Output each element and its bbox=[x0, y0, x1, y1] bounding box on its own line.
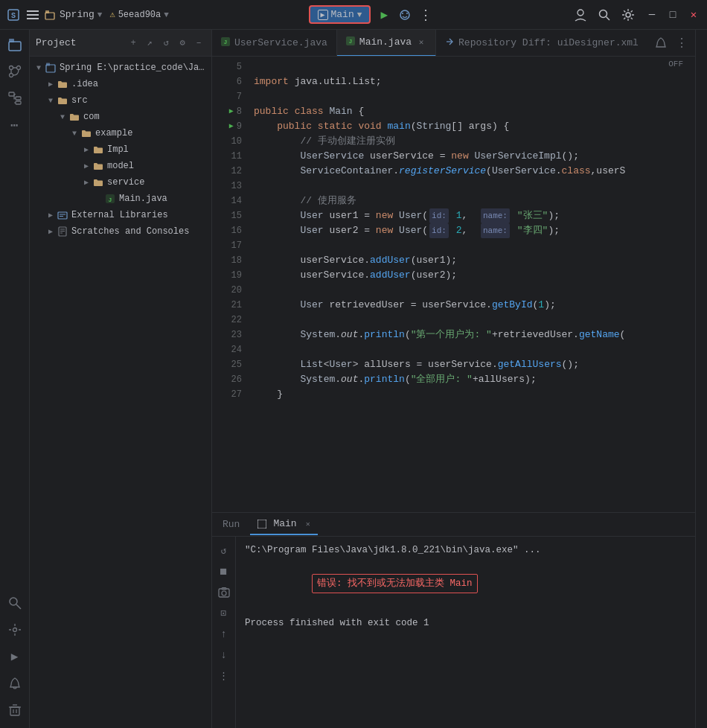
bottom-panel: Run Main ✕ ↺ ⏹ bbox=[212, 512, 695, 728]
tree-item-scratches[interactable]: ▶ Scratches and Consoles bbox=[30, 223, 211, 240]
code-line-24 bbox=[248, 342, 695, 357]
layout-button[interactable]: ⊡ bbox=[216, 605, 232, 622]
panel-refresh-btn[interactable]: ↺ bbox=[159, 36, 173, 50]
code-line-5 bbox=[248, 60, 695, 74]
sidebar-more-icon[interactable]: ⋯ bbox=[3, 113, 27, 137]
run-gutter-9[interactable]: ▶ bbox=[229, 119, 234, 134]
tree-label-com: com bbox=[83, 112, 100, 122]
sidebar-vcs-icon[interactable] bbox=[3, 60, 27, 83]
stop-button[interactable]: ⏹ bbox=[216, 563, 232, 580]
scroll-down-button[interactable]: ↓ bbox=[216, 647, 232, 663]
tab-close-main[interactable]: ✕ bbox=[416, 37, 426, 48]
svg-line-12 bbox=[607, 16, 610, 20]
run-gutter-8[interactable]: ▶ bbox=[229, 104, 234, 119]
more-actions-button[interactable]: ⋮ bbox=[418, 7, 433, 22]
svg-point-22 bbox=[10, 598, 17, 605]
sidebar-bottom-delete[interactable] bbox=[3, 698, 27, 722]
project-selector[interactable]: Spring ▼ bbox=[45, 9, 102, 20]
tree-item-ext-libs[interactable]: ▶ External Libraries bbox=[30, 207, 211, 223]
tree-item-example[interactable]: ▼ example bbox=[30, 125, 211, 141]
svg-rect-5 bbox=[45, 13, 54, 19]
tab-diff[interactable]: Repository Diff: uiDesigner.xml bbox=[436, 30, 647, 57]
tab-userservice[interactable]: J UserService.java bbox=[212, 30, 337, 57]
maximize-button[interactable]: □ bbox=[665, 7, 680, 22]
panel-locate-btn[interactable]: ↗ bbox=[143, 36, 156, 50]
run-config-icon: ▶ bbox=[318, 10, 328, 20]
notifications-icon[interactable] bbox=[653, 36, 668, 51]
code-line-18: userService.addUser(user1); bbox=[248, 253, 695, 268]
code-line-26: System.out.println("全部用户: "+allUsers); bbox=[248, 372, 695, 387]
code-editor: 5 6 7 ▶ 8 ▶ 9 10 11 12 13 14 15 16 17 bbox=[212, 57, 695, 512]
more-tabs-icon[interactable]: ⋮ bbox=[674, 36, 689, 51]
vcs-badge[interactable]: ⚠ 5eead90a ▼ bbox=[109, 9, 168, 20]
code-line-23: System.out.println("第一个用户为: "+retrievedU… bbox=[248, 328, 695, 342]
tree-item-model[interactable]: ▶ model bbox=[30, 158, 211, 174]
rerun-button[interactable]: ↺ bbox=[216, 543, 232, 559]
tree-icon-folder-com bbox=[68, 111, 80, 123]
profile-button[interactable] bbox=[573, 7, 588, 22]
console-line-cmd: "C:\Program Files\Java\jdk1.8.0_221\bin\… bbox=[245, 543, 686, 558]
tree-arrow: ▶ bbox=[45, 78, 57, 90]
tree-label-service: service bbox=[107, 177, 144, 188]
tree-item-idea[interactable]: ▶ .idea bbox=[30, 76, 211, 92]
sidebar-structure-icon[interactable] bbox=[3, 86, 27, 110]
tree-icon-folder-impl bbox=[92, 144, 104, 156]
scroll-up-button[interactable]: ↑ bbox=[216, 626, 232, 642]
tree-arrow: ▶ bbox=[80, 144, 92, 156]
tree-item-impl[interactable]: ▶ Impl bbox=[30, 141, 211, 158]
more-console-actions[interactable]: ⋮ bbox=[216, 668, 232, 684]
bottom-tab-run[interactable]: Run bbox=[215, 514, 247, 535]
run-button[interactable]: ▶ bbox=[377, 7, 391, 22]
project-arrow: ▼ bbox=[97, 10, 103, 19]
tab-label-main: Main.java bbox=[359, 36, 412, 48]
sidebar-bottom-run[interactable]: ▶ bbox=[3, 645, 27, 668]
svg-rect-14 bbox=[9, 42, 21, 51]
sidebar-bottom-search[interactable] bbox=[3, 591, 27, 615]
project-panel-header: Project + ↗ ↺ ⚙ – bbox=[30, 30, 211, 57]
bottom-tab-close[interactable]: ✕ bbox=[306, 520, 310, 529]
tree-icon-libs bbox=[57, 209, 68, 221]
close-button[interactable]: ✕ bbox=[686, 7, 701, 22]
svg-point-9 bbox=[406, 13, 408, 14]
panel-settings-btn[interactable]: ⚙ bbox=[176, 36, 189, 50]
console-error-text: 错误: 找不到或无法加载主类 Main bbox=[312, 574, 478, 593]
panel-collapse-btn[interactable]: – bbox=[192, 36, 205, 50]
svg-rect-33 bbox=[58, 212, 67, 219]
line-14: 14 bbox=[212, 194, 242, 208]
panel-header-actions: + ↗ ↺ ⚙ – bbox=[127, 36, 205, 50]
hamburger-icon[interactable] bbox=[25, 7, 40, 22]
minimize-button[interactable]: ─ bbox=[644, 7, 659, 22]
svg-rect-20 bbox=[16, 97, 21, 100]
tree-item-com[interactable]: ▼ com bbox=[30, 109, 211, 125]
tree-item-spring-root[interactable]: ▼ Spring E:\practice_code\Ja... bbox=[30, 60, 211, 76]
screenshot-button[interactable] bbox=[216, 584, 232, 601]
svg-rect-3 bbox=[27, 14, 39, 16]
vcs-hash: 5eead90a bbox=[118, 10, 161, 20]
tree-arrow: ▶ bbox=[80, 176, 92, 188]
bottom-left-actions: ↺ ⏹ ⊡ ↑ ↓ ⋮ bbox=[212, 537, 236, 728]
project-name: Spring bbox=[60, 9, 95, 20]
tab-icon-main: J bbox=[346, 36, 355, 48]
svg-text:J: J bbox=[224, 39, 228, 45]
sidebar-project-icon[interactable] bbox=[3, 33, 27, 57]
search-button[interactable] bbox=[597, 7, 612, 22]
tree-item-service[interactable]: ▶ service bbox=[30, 174, 211, 191]
code-line-20 bbox=[248, 283, 695, 298]
code-content[interactable]: import java.util.List; public class Main… bbox=[248, 57, 695, 512]
tree-item-src[interactable]: ▼ src bbox=[30, 92, 211, 109]
svg-rect-6 bbox=[45, 10, 49, 13]
panel-add-btn[interactable]: + bbox=[127, 36, 140, 50]
tree-item-main-java[interactable]: J Main.java bbox=[30, 191, 211, 207]
line-numbers: 5 6 7 ▶ 8 ▶ 9 10 11 12 13 14 15 16 17 bbox=[212, 57, 248, 512]
debug-button[interactable] bbox=[397, 7, 412, 22]
sidebar-bottom-notifications[interactable] bbox=[3, 671, 27, 695]
tab-main[interactable]: J Main.java ✕ bbox=[337, 30, 436, 57]
window-controls: ─ □ ✕ bbox=[644, 7, 701, 22]
svg-rect-25 bbox=[10, 707, 19, 715]
code-line-11: UserService userService = new UserServic… bbox=[248, 149, 695, 164]
settings-button[interactable] bbox=[621, 7, 636, 22]
bottom-tab-main[interactable]: Main ✕ bbox=[250, 514, 317, 535]
sidebar-bottom-settings[interactable] bbox=[3, 618, 27, 642]
run-config-selector[interactable]: ▶ Main ▼ bbox=[309, 5, 371, 24]
bottom-tab-main-label: Main bbox=[273, 518, 296, 529]
